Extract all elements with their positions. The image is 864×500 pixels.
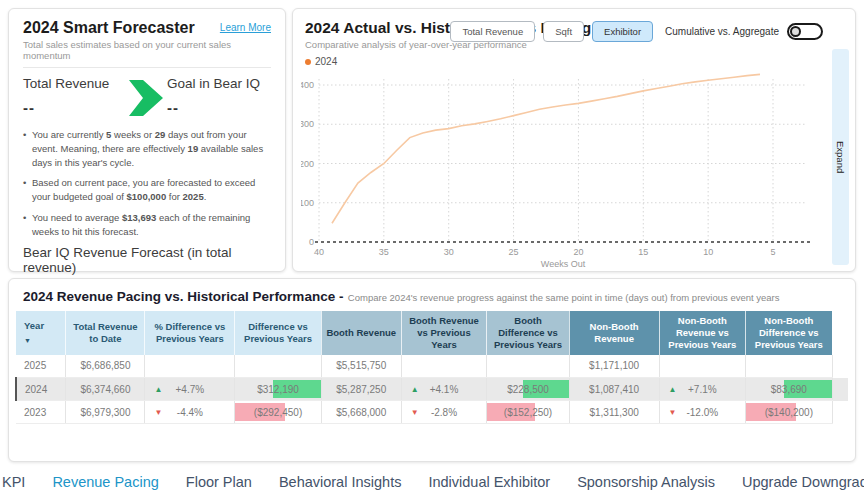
svg-text:100: 100 [301, 198, 314, 208]
svg-text:40: 40 [314, 247, 324, 257]
expand-button[interactable]: Expand [832, 49, 849, 265]
column-booth-revenue[interactable]: Booth Revenue [321, 311, 401, 355]
table-row-2025[interactable]: 2025 $6,686,850 $5,515,750 $1,171,100 [16, 355, 848, 378]
tab-behavioral-insights[interactable]: Behavioral Insights [279, 474, 402, 490]
table-row-2023[interactable]: 2023 $6,979,300 ▼-4.4% ($292,450) $5,668… [16, 401, 848, 424]
trend-down-icon: ▼ [154, 408, 162, 417]
exhibitor-button[interactable]: Exhibitor [592, 21, 653, 42]
bullet-weeks-out: You are currently 5 weeks or 29 days out… [23, 128, 271, 169]
forecaster-subtitle: Total sales estimates based on your curr… [23, 39, 271, 68]
bullet-budget-goal: Based on current pace, you are forecaste… [23, 176, 271, 204]
forecast-bullets: You are currently 5 weeks or 29 days out… [23, 128, 271, 238]
tab-upgrade-downgrade[interactable]: Upgrade Downgrade Analysis [742, 474, 864, 490]
forecast-range-label: Bear IQ Revenue Forecast (in total reven… [23, 245, 271, 275]
svg-text:35: 35 [379, 247, 389, 257]
pacing-line-chart: 0100200300400403530252015105Weeks Out [301, 65, 823, 269]
sqft-button[interactable]: Sqft [543, 21, 584, 42]
svg-text:300: 300 [301, 119, 314, 129]
svg-text:15: 15 [638, 247, 648, 257]
sort-desc-icon[interactable]: ▼ [24, 337, 62, 346]
revenue-pacing-table: Year ▼ Total Revenue to Date % Differenc… [15, 311, 849, 424]
column-pct-difference[interactable]: % Difference vs Previous Years [145, 311, 235, 355]
total-revenue-value: -- [23, 99, 127, 116]
column-nonbooth-difference[interactable]: Non-Booth Difference vs Previous Years [746, 311, 833, 355]
column-nonbooth-revenue-vs[interactable]: Non-Booth Revenue vs Previous Years [659, 311, 746, 355]
series-2024-dot-icon [305, 59, 311, 65]
goal-label: Goal in Bear IQ [167, 76, 271, 91]
sales-pacing-panel: 2024 Actual vs. Historical Sales Pacing … [292, 8, 856, 272]
forecaster-title: 2024 Smart Forecaster [23, 19, 195, 37]
svg-text:Weeks Out: Weeks Out [541, 259, 586, 269]
total-revenue-button[interactable]: Total Revenue [450, 21, 535, 42]
trend-up-icon: ▲ [411, 385, 419, 394]
chevron-right-icon [127, 78, 167, 118]
svg-text:10: 10 [703, 247, 713, 257]
column-spacer [832, 311, 848, 355]
svg-text:30: 30 [444, 247, 454, 257]
svg-text:0: 0 [309, 237, 314, 247]
smart-forecaster-panel: 2024 Smart Forecaster Learn More Total s… [8, 8, 286, 272]
column-nonbooth-revenue[interactable]: Non-Booth Revenue [569, 311, 659, 355]
column-booth-revenue-vs[interactable]: Booth Revenue vs Previous Years [401, 311, 487, 355]
tab-floor-plan[interactable]: Floor Plan [186, 474, 252, 490]
tab-revenue-pacing[interactable]: Revenue Pacing [52, 474, 158, 490]
revenue-pacing-table-panel: 2024 Revenue Pacing vs. Historical Perfo… [8, 278, 856, 462]
tab-kpi[interactable]: KPI [2, 474, 25, 490]
tab-sponsorship-analysis[interactable]: Sponsorship Analysis [577, 474, 715, 490]
trend-up-icon: ▲ [669, 385, 677, 394]
dashboard: 2024 Smart Forecaster Learn More Total s… [0, 0, 864, 500]
svg-text:25: 25 [509, 247, 519, 257]
column-difference[interactable]: Difference vs Previous Years [235, 311, 322, 355]
cumulative-aggregate-toggle[interactable] [787, 23, 823, 40]
column-booth-difference[interactable]: Booth Difference vs Previous Years [487, 311, 569, 355]
column-year[interactable]: Year ▼ [16, 311, 66, 355]
bullet-weekly-average: You need to average $13,693 each of the … [23, 211, 271, 239]
learn-more-link[interactable]: Learn More [220, 22, 271, 33]
toggle-knob-icon [790, 26, 801, 37]
trend-down-icon: ▼ [411, 408, 419, 417]
svg-text:5: 5 [770, 247, 775, 257]
bottom-tab-bar: KPI Revenue Pacing Floor Plan Behavioral… [2, 474, 864, 490]
trend-down-icon: ▼ [669, 408, 677, 417]
cumulative-aggregate-label: Cumulative vs. Aggregate [665, 26, 779, 37]
trend-up-icon: ▲ [154, 385, 162, 394]
tab-individual-exhibitor[interactable]: Individual Exhibitor [428, 474, 550, 490]
table-header-row: Year ▼ Total Revenue to Date % Differenc… [16, 311, 848, 355]
goal-value: -- [167, 99, 271, 116]
table-row-2024[interactable]: 2024 $6,374,660 ▲+4.7% $312,190 $5,287,2… [16, 378, 848, 401]
svg-text:20: 20 [573, 247, 583, 257]
table-title: 2024 Revenue Pacing vs. Historical Perfo… [23, 289, 343, 304]
column-total-revenue[interactable]: Total Revenue to Date [66, 311, 145, 355]
total-revenue-label: Total Revenue [23, 76, 127, 91]
svg-text:400: 400 [301, 80, 314, 90]
table-subtitle: Compare 2024's revenue progress against … [348, 292, 780, 303]
svg-text:200: 200 [301, 159, 314, 169]
